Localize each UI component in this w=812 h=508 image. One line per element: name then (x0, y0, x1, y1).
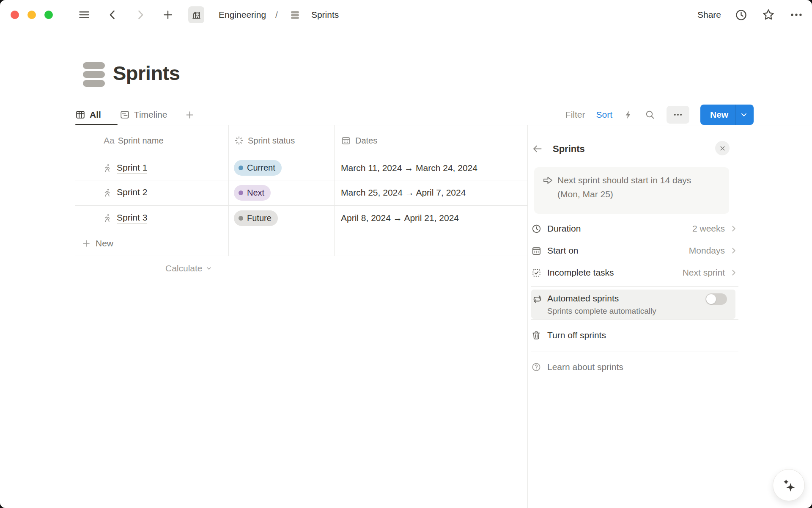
tab-timeline[interactable]: Timeline (120, 110, 167, 120)
setting-value: 2 weeks (692, 224, 729, 234)
notice-line1: Next sprint should start in 14 days (557, 173, 691, 187)
search-icon[interactable] (645, 109, 656, 120)
setting-label: Start on (547, 246, 579, 256)
panel-divider (531, 286, 738, 287)
panel-divider (531, 319, 738, 320)
share-button[interactable]: Share (697, 10, 721, 20)
setting-row-start-on[interactable]: Start on Mondays (531, 240, 738, 262)
database-icon (290, 10, 300, 20)
table-line (75, 156, 527, 156)
table-line (75, 231, 527, 231)
table-row: Sprint 2 Next March 25, 2024 → April 7, … (75, 180, 527, 205)
dates-cell[interactable]: April 8, 2024 → April 21, 2024 (341, 213, 459, 223)
turn-off-sprints-row[interactable]: Turn off sprints (531, 325, 606, 346)
trash-icon (531, 330, 541, 340)
new-record-button[interactable]: New (700, 105, 754, 125)
calculate-button[interactable]: Calculate (165, 263, 212, 273)
status-dot (239, 166, 243, 170)
setting-label: Incomplete tasks (547, 268, 614, 278)
chevron-right-icon (729, 268, 738, 277)
view-toolbar: Filter Sort New (565, 104, 754, 125)
help-circle-icon (531, 362, 541, 372)
window-topbar: Engineering / Sprints Share (0, 0, 812, 30)
sidebar-menu-icon[interactable] (78, 9, 90, 21)
table-row: Sprint 1 Current March 11, 2024 → March … (75, 156, 527, 180)
status-label: Current (247, 163, 275, 173)
view-options-button[interactable] (667, 106, 689, 124)
sprint-name-cell[interactable]: Sprint 2 (75, 187, 228, 198)
breadcrumb-page[interactable]: Sprints (311, 10, 339, 20)
next-sprint-notice: Next sprint should start in 14 days (Mon… (534, 167, 729, 214)
filter-button[interactable]: Filter (565, 110, 585, 120)
ai-assistant-button[interactable] (773, 469, 805, 501)
sprint-name-link[interactable]: Sprint 1 (117, 163, 147, 174)
sprint-name-link[interactable]: Sprint 2 (117, 187, 147, 198)
traffic-minimize-button[interactable] (27, 11, 36, 19)
new-button-divider (735, 105, 736, 125)
repeat-icon (532, 294, 543, 304)
table-row: Sprint 3 Future April 8, 2024 → April 21… (75, 205, 527, 231)
traffic-zoom-button[interactable] (44, 11, 53, 19)
history-forward-icon[interactable] (134, 8, 147, 21)
panel-title: Sprints (553, 144, 585, 155)
panel-back-icon[interactable] (532, 143, 543, 155)
column-header-sprint-status[interactable]: Sprint status (228, 135, 334, 146)
sprint-name-cell[interactable]: Sprint 3 (75, 213, 228, 224)
status-label: Future (247, 213, 272, 223)
automated-sprints-row[interactable]: Automated sprints Sprints complete autom… (531, 290, 735, 319)
status-pill[interactable]: Future (234, 210, 278, 226)
column-divider[interactable] (334, 125, 335, 256)
sprint-name-link[interactable]: Sprint 3 (117, 213, 147, 224)
status-pill[interactable]: Current (234, 160, 282, 176)
column-label: Sprint name (118, 136, 164, 146)
setting-value: Next sprint (683, 268, 729, 278)
table-line (75, 180, 527, 180)
learn-about-sprints-row[interactable]: Learn about sprints (531, 356, 623, 378)
tab-all[interactable]: All (75, 110, 101, 120)
status-spinner-icon (234, 135, 244, 146)
toggle-knob (706, 294, 716, 304)
traffic-close-button[interactable] (11, 11, 19, 19)
automated-sprints-toggle[interactable] (705, 293, 727, 305)
page-database-icon[interactable] (83, 62, 105, 87)
setting-row-duration[interactable]: Duration 2 weeks (531, 218, 738, 240)
more-options-icon[interactable] (789, 8, 804, 22)
history-back-icon[interactable] (106, 8, 119, 21)
status-pill[interactable]: Next (234, 185, 271, 201)
close-icon (719, 145, 726, 152)
automations-bolt-icon[interactable] (623, 110, 634, 120)
table-header-row: Aa Sprint name Sprint status Dates (75, 125, 527, 156)
clock-icon (531, 224, 542, 234)
plus-icon (82, 239, 91, 248)
column-header-sprint-name[interactable]: Aa Sprint name (75, 135, 228, 146)
workspace-icon[interactable] (188, 6, 204, 23)
column-divider[interactable] (228, 125, 229, 256)
sprint-name-cell[interactable]: Sprint 1 (75, 163, 228, 174)
panel-left-border (527, 125, 528, 508)
column-header-dates[interactable]: Dates (334, 135, 527, 146)
panel-close-button[interactable] (715, 141, 730, 155)
add-view-icon[interactable] (185, 110, 195, 120)
learn-about-sprints-label: Learn about sprints (547, 362, 623, 372)
calendar-icon (531, 246, 542, 256)
notion-window: Engineering / Sprints Share Sprints All … (0, 0, 812, 508)
view-tabs: All Timeline (75, 104, 195, 125)
clock-updates-icon[interactable] (735, 8, 748, 22)
chevron-right-icon (729, 224, 738, 233)
dates-cell[interactable]: March 11, 2024 → March 24, 2024 (341, 163, 477, 173)
page-title: Sprints (113, 61, 180, 85)
setting-row-incomplete-tasks[interactable]: Incomplete tasks Next sprint (531, 262, 738, 284)
add-row-button[interactable]: New (75, 231, 527, 256)
dates-cell[interactable]: March 25, 2024 → April 7, 2024 (341, 188, 466, 198)
arrow-right-outline-icon (542, 174, 554, 186)
status-label: Next (247, 188, 264, 198)
breadcrumb-workspace[interactable]: Engineering (219, 10, 266, 20)
calculate-label: Calculate (165, 263, 203, 273)
building-icon (192, 10, 201, 20)
new-page-icon[interactable] (162, 9, 174, 21)
sort-button[interactable]: Sort (596, 110, 612, 120)
tab-timeline-label: Timeline (134, 110, 167, 120)
setting-label: Duration (547, 224, 581, 234)
chevron-down-icon[interactable] (739, 110, 749, 119)
favorite-star-icon[interactable] (761, 8, 776, 22)
